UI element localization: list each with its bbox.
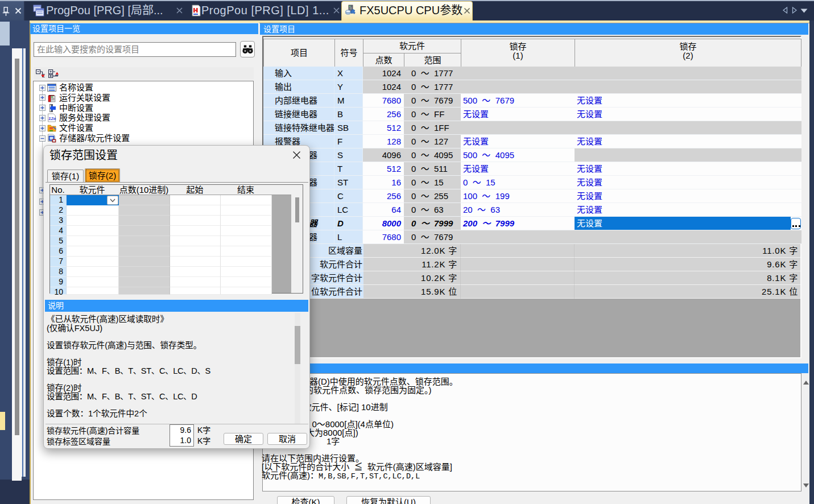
svg-text:12a: 12a [48, 116, 56, 121]
